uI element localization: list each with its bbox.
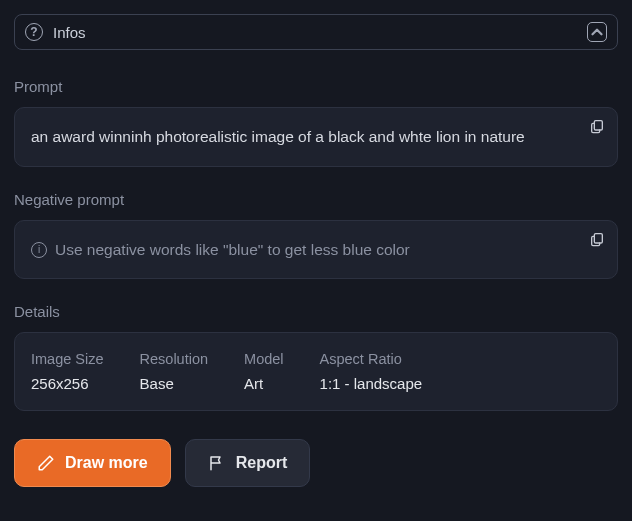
draw-more-label: Draw more xyxy=(65,454,148,472)
detail-value: Base xyxy=(140,375,209,392)
draw-more-button[interactable]: Draw more xyxy=(14,439,171,487)
prompt-section: Prompt an award winninh photorealistic i… xyxy=(14,78,618,167)
detail-resolution: Resolution Base xyxy=(140,351,209,392)
detail-value: Art xyxy=(244,375,284,392)
detail-label: Image Size xyxy=(31,351,104,367)
actions-row: Draw more Report xyxy=(14,439,618,487)
details-label: Details xyxy=(14,303,618,320)
detail-value: 256x256 xyxy=(31,375,104,392)
chevron-up-icon xyxy=(588,23,606,41)
detail-label: Aspect Ratio xyxy=(320,351,423,367)
copy-icon xyxy=(589,231,605,247)
help-icon: ? xyxy=(25,23,43,41)
panel-header-left: ? Infos xyxy=(25,23,86,41)
detail-model: Model Art xyxy=(244,351,284,392)
copy-prompt-button[interactable] xyxy=(589,118,605,134)
detail-value: 1:1 - landscape xyxy=(320,375,423,392)
details-section: Details Image Size 256x256 Resolution Ba… xyxy=(14,303,618,411)
prompt-value-card: an award winninh photorealistic image of… xyxy=(14,107,618,167)
detail-label: Model xyxy=(244,351,284,367)
svg-rect-0 xyxy=(594,121,602,130)
prompt-label: Prompt xyxy=(14,78,618,95)
infos-panel-header[interactable]: ? Infos xyxy=(14,14,618,50)
negative-prompt-placeholder: Use negative words like "blue" to get le… xyxy=(55,239,410,261)
prompt-text: an award winninh photorealistic image of… xyxy=(31,128,525,145)
copy-negative-prompt-button[interactable] xyxy=(589,231,605,247)
pencil-icon xyxy=(37,454,55,472)
collapse-button[interactable] xyxy=(587,22,607,42)
detail-aspect-ratio: Aspect Ratio 1:1 - landscape xyxy=(320,351,423,392)
svg-rect-1 xyxy=(594,233,602,242)
report-button[interactable]: Report xyxy=(185,439,311,487)
copy-icon xyxy=(589,118,605,134)
negative-prompt-card: i Use negative words like "blue" to get … xyxy=(14,220,618,280)
report-label: Report xyxy=(236,454,288,472)
info-icon: i xyxy=(31,242,47,258)
panel-title: Infos xyxy=(53,24,86,41)
detail-image-size: Image Size 256x256 xyxy=(31,351,104,392)
negative-prompt-label: Negative prompt xyxy=(14,191,618,208)
negative-prompt-section: Negative prompt i Use negative words lik… xyxy=(14,191,618,280)
detail-label: Resolution xyxy=(140,351,209,367)
details-grid: Image Size 256x256 Resolution Base Model… xyxy=(14,332,618,411)
flag-icon xyxy=(208,454,226,472)
